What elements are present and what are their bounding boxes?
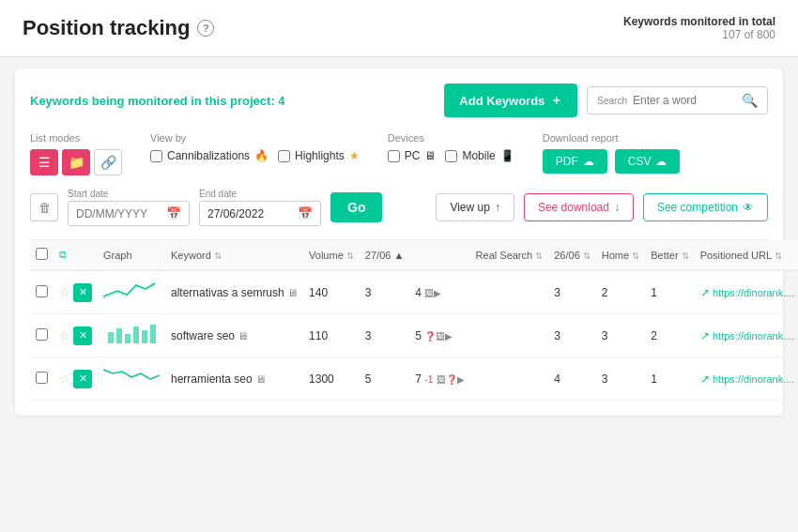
start-date-input[interactable] — [76, 207, 161, 220]
mobile-checkbox[interactable] — [445, 150, 457, 162]
keyword-header-label: Keyword — [171, 250, 211, 261]
row3-change-delta: -1 — [424, 374, 433, 385]
real-search-header: Real Search ⇅ — [470, 240, 549, 270]
row3-volume: 1300 — [309, 372, 334, 386]
row1-icon-group: ☆ ✕ — [59, 283, 92, 302]
calendar-icon-start[interactable]: 📅 — [166, 206, 181, 220]
folder-mode-button[interactable]: 📁 — [62, 149, 90, 175]
volume-header: Volume ⇅ — [303, 240, 360, 270]
highlights-checkbox[interactable] — [278, 150, 290, 162]
better-header: Better ⇅ — [645, 240, 694, 270]
csv-button[interactable]: CSV ☁ — [615, 149, 681, 174]
row1-real-search-cell — [470, 270, 549, 314]
row2-checkbox[interactable] — [36, 328, 48, 341]
row2-volume-cell: 110 — [303, 314, 360, 357]
url-header: Positioned URL ⇅ — [695, 240, 798, 270]
start-date-input-wrap: 📅 — [68, 201, 190, 226]
search-label-text: Search — [597, 96, 627, 106]
row3-icons-cell: ☆ ✕ — [54, 357, 98, 401]
copy-header: ⧉ — [54, 240, 98, 270]
row3-date2-cell: 4 — [548, 357, 596, 401]
table-row: ☆ ✕ alternativas a semrush 🖥 — [30, 270, 798, 314]
cannibalizations-checkbox[interactable] — [150, 150, 162, 162]
see-competition-button[interactable]: See competition 👁 — [643, 193, 768, 221]
top-bar: Keywords being monitored in this project… — [30, 84, 768, 117]
pc-label: PC — [405, 149, 421, 162]
graph-header-label: Graph — [103, 250, 132, 261]
device-items: PC 🖥 Mobile 📱 — [388, 149, 514, 162]
row3-keyword: herramienta seo — [171, 372, 253, 386]
help-icon[interactable]: ? — [197, 20, 214, 37]
select-all-checkbox[interactable] — [36, 248, 48, 260]
go-button[interactable]: Go — [330, 192, 382, 222]
row3-home: 3 — [602, 372, 608, 386]
calendar-icon-end[interactable]: 📅 — [298, 206, 313, 220]
end-date-input[interactable] — [207, 207, 292, 220]
pdf-button[interactable]: PDF ☁ — [543, 149, 607, 174]
view-by-group: View by Cannibalizations 🔥 Highlights ★ — [150, 132, 360, 162]
row1-x-button[interactable]: ✕ — [73, 283, 92, 302]
row1-change-cell: 4 🖼▶ — [409, 270, 469, 314]
monitor-icon: 🖥 — [424, 149, 436, 162]
row2-url-cell: ↗ https://dinorank.... — [695, 314, 798, 357]
row3-url-link[interactable]: https://dinorank.... — [713, 373, 794, 385]
end-date-input-wrap: 📅 — [199, 201, 321, 226]
mobile-label: Mobile — [462, 149, 495, 162]
external-link-icon-2: ↗ — [700, 329, 710, 342]
row2-real-search-cell — [470, 314, 549, 357]
see-download-button[interactable]: See download ↓ — [524, 193, 634, 221]
download-buttons: PDF ☁ CSV ☁ — [543, 149, 681, 174]
row1-checkbox[interactable] — [36, 285, 48, 297]
row3-x-button[interactable]: ✕ — [73, 370, 92, 388]
row1-graph-cell — [98, 270, 165, 314]
home-sort-icon: ⇅ — [632, 251, 639, 261]
row3-star-icon[interactable]: ☆ — [59, 372, 70, 386]
row1-date2: 3 — [554, 286, 560, 299]
row2-star-icon[interactable]: ☆ — [59, 328, 70, 342]
row2-x-button[interactable]: ✕ — [73, 327, 92, 345]
table-header-row: ⧉ Graph Keyword ⇅ Volume ⇅ 27/06 — [30, 240, 798, 270]
devices-label: Devices — [388, 132, 514, 144]
row2-keyword-cell: software seo 🖥 — [165, 314, 303, 357]
keywords-count-value: 4 — [278, 94, 284, 108]
cannibalizations-item: Cannibalizations 🔥 — [150, 149, 269, 162]
row3-checkbox-cell — [30, 357, 54, 401]
row1-star-icon[interactable]: ☆ — [59, 285, 70, 299]
row2-url-link[interactable]: https://dinorank.... — [713, 330, 794, 342]
home-header-label: Home — [602, 250, 629, 261]
row3-checkbox[interactable] — [36, 372, 48, 384]
link-mode-button[interactable]: 🔗 — [94, 149, 122, 175]
row1-keyword-cell: alternativas a semrush 🖥 — [165, 270, 303, 314]
row1-device-icon: 🖥 — [287, 287, 298, 298]
date2-header-label: 26/06 — [554, 250, 580, 261]
view-up-button[interactable]: View up ↑ — [436, 193, 514, 221]
trash-button[interactable]: 🗑 — [30, 193, 58, 221]
see-competition-label: See competition — [657, 201, 738, 214]
row1-url-link[interactable]: https://dinorank.... — [713, 287, 794, 298]
volume-header-label: Volume — [309, 250, 344, 261]
list-modes-label: List modes — [30, 132, 122, 144]
external-link-icon-1: ↗ — [700, 286, 710, 299]
list-mode-button[interactable]: ☰ — [30, 149, 58, 175]
pc-checkbox[interactable] — [388, 150, 400, 162]
row2-icons-cell: ☆ ✕ — [54, 314, 98, 357]
better-sort-icon: ⇅ — [682, 251, 689, 261]
row2-change: 5 — [415, 329, 422, 342]
upload-icon-pdf: ☁ — [583, 155, 594, 168]
search-box: Search 🔍 — [587, 86, 768, 114]
row1-volume-cell: 140 — [303, 270, 360, 314]
row1-home-cell: 2 — [596, 270, 645, 314]
row1-date1-cell: 3 — [360, 270, 409, 314]
row1-date2-cell: 3 — [548, 270, 596, 314]
search-input[interactable] — [633, 94, 736, 107]
row3-graph-cell — [98, 357, 165, 401]
row2-better-cell: 2 — [645, 314, 694, 357]
end-date-field: End date 📅 — [199, 189, 321, 226]
row3-keyword-cell: herramienta seo 🖥 — [165, 357, 303, 401]
svg-rect-3 — [133, 327, 139, 343]
row1-better: 1 — [651, 286, 657, 299]
url-sort-icon: ⇅ — [775, 251, 782, 261]
row2-better: 2 — [651, 329, 657, 342]
add-keywords-button[interactable]: Add Keywords ＋ — [444, 84, 577, 117]
arrow-down-icon: ↓ — [614, 201, 620, 214]
